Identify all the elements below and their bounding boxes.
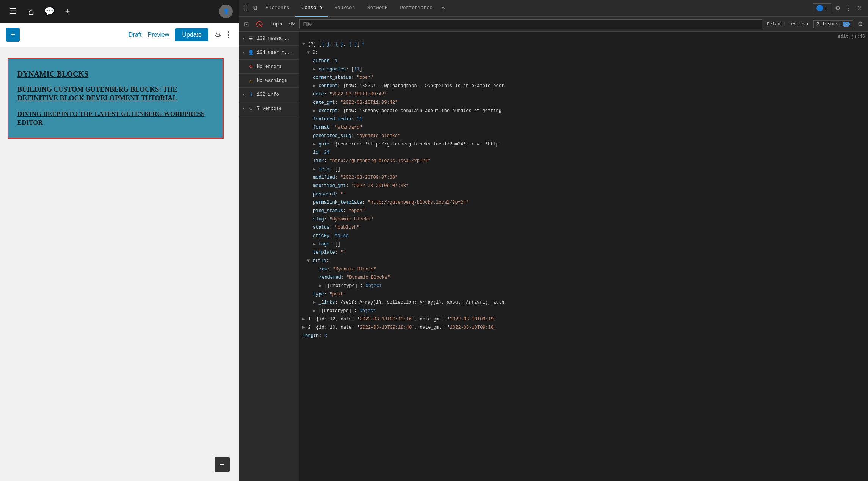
context-dropdown-arrow: ▼ xyxy=(280,22,282,26)
add-icon[interactable]: + xyxy=(61,5,74,18)
block-subtitle: BUILDING CUSTOM GUTENBERG BLOCKS: THE DE… xyxy=(17,85,214,103)
console-line-modified: modified: "2022-03-20T09:07:38" xyxy=(299,173,868,182)
tab-network[interactable]: Network xyxy=(361,0,394,17)
console-line-featured-media: featured_media: 31 xyxy=(299,115,868,123)
wp-content-area: DYNAMIC BLOCKS BUILDING CUSTOM GUTENBERG… xyxy=(0,47,239,481)
console-line-tags[interactable]: ▶ tags: [] xyxy=(299,240,868,248)
devtools-more-button[interactable]: ⋮ xyxy=(844,3,853,13)
menu-icon[interactable]: ☰ xyxy=(6,5,20,18)
console-source-reference: edit.js:46 xyxy=(299,33,868,40)
console-line-item-2[interactable]: ▶ 2: {id: 10, date: '2022-03-18T09:18:40… xyxy=(299,323,868,332)
inspect-icon[interactable]: ⛶ xyxy=(240,3,251,13)
console-output: edit.js:46 ▼ (3) [{…}, {…}, {…}] ℹ ▼ 0: … xyxy=(299,32,868,481)
tab-sources[interactable]: Sources xyxy=(328,0,361,17)
list-icon: ☰ xyxy=(248,36,254,42)
device-icon[interactable]: ⧉ xyxy=(251,3,260,13)
console-line-id: id: 24 xyxy=(299,148,868,157)
levels-selector[interactable]: Default levels ▼ xyxy=(765,21,811,28)
console-settings-button[interactable]: ⚙ xyxy=(855,19,865,29)
filter-input[interactable] xyxy=(299,19,762,29)
console-line-status: status: "publish" xyxy=(299,223,868,232)
console-line-modified-gmt: modified_gmt: "2022-03-20T09:07:38" xyxy=(299,182,868,190)
more-tabs-icon[interactable]: » xyxy=(439,5,448,12)
sidebar-item-info[interactable]: ▶ ℹ 102 info xyxy=(239,88,299,102)
console-line-date: date: "2022-03-18T11:09:42" xyxy=(299,90,868,98)
console-line-length: length: 3 xyxy=(299,332,868,340)
console-line-slug: slug: "dynamic-blocks" xyxy=(299,215,868,223)
expand-arrow-user: ▶ xyxy=(243,50,245,55)
console-line-password: password: "" xyxy=(299,190,868,198)
console-line-title-rendered: rendered: "Dynamic Blocks" xyxy=(299,273,868,282)
console-line-format: format: "standard" xyxy=(299,123,868,132)
console-line-ping-status: ping_status: "open" xyxy=(299,207,868,215)
devtools-secondbar: ⊡ 🚫 top ▼ 👁 Default levels ▼ 2 Issues: 2… xyxy=(239,17,868,32)
messages-label: 109 messa... xyxy=(257,36,290,41)
console-line-author: author: 1 xyxy=(299,57,868,65)
update-button[interactable]: Update xyxy=(175,28,208,41)
devtools-body: ▶ ☰ 109 messa... ▶ 👤 104 user m... ▶ ⊗ N… xyxy=(239,32,868,481)
devtools-message-sidebar: ▶ ☰ 109 messa... ▶ 👤 104 user m... ▶ ⊗ N… xyxy=(239,32,299,481)
console-line-excerpt[interactable]: ▶ excerpt: {raw: '\nMany people complain… xyxy=(299,107,868,115)
devtools-close-button[interactable]: ✕ xyxy=(855,3,863,13)
expand-arrow-verbose: ▶ xyxy=(243,106,245,111)
console-line-generated-slug: generated_slug: "dynamic-blocks" xyxy=(299,132,868,140)
user-messages-label: 104 user m... xyxy=(257,50,293,55)
context-selector[interactable]: top ▼ xyxy=(268,20,285,28)
avatar[interactable]: 👤 xyxy=(219,5,233,18)
home-icon[interactable]: ⌂ xyxy=(24,5,38,18)
console-line-item-1[interactable]: ▶ 1: {id: 12, date: '2022-03-18T09:19:16… xyxy=(299,315,868,323)
devtools-panel: ⛶ ⧉ Elements Console Sources Network Per… xyxy=(239,0,868,481)
sidebar-item-warnings[interactable]: ▶ ⚠ No warnings xyxy=(239,74,299,88)
wp-toolbar: ☰ ⌂ 💬 + 👤 xyxy=(0,0,239,23)
sidebar-item-errors[interactable]: ▶ ⊗ No errors xyxy=(239,60,299,74)
console-line-type: type: "post" xyxy=(299,290,868,298)
console-line-date-gmt: date_gmt: "2022-03-18T11:09:42" xyxy=(299,98,868,107)
console-line-categories[interactable]: ▶ categories: [11] xyxy=(299,65,868,73)
console-line-links[interactable]: ▶ _links: {self: Array(1), collection: A… xyxy=(299,298,868,307)
more-options-icon[interactable]: ⋮ xyxy=(224,30,233,40)
block-title: DYNAMIC BLOCKS xyxy=(17,70,214,78)
console-line-title[interactable]: ▼ title: xyxy=(299,257,868,265)
issues-badge[interactable]: 🔵 2 xyxy=(813,3,831,13)
console-line-0[interactable]: ▼ 0: xyxy=(299,48,868,57)
console-line-title-raw: raw: "Dynamic Blocks" xyxy=(299,265,868,273)
console-line-prototype-2[interactable]: ▶ [[Prototype]]: Object xyxy=(299,307,868,315)
wp-header: + Draft Preview Update ⚙ ⋮ xyxy=(0,23,239,47)
console-line-guid[interactable]: ▶ guid: {rendered: 'http://gutenberg-blo… xyxy=(299,140,868,148)
user-icon: 👤 xyxy=(248,50,254,56)
sidebar-item-user-messages[interactable]: ▶ 👤 104 user m... xyxy=(239,46,299,60)
tab-performance[interactable]: Performance xyxy=(394,0,439,17)
console-line-array[interactable]: ▼ (3) [{…}, {…}, {…}] ℹ xyxy=(299,40,868,48)
preview-button[interactable]: Preview xyxy=(148,31,169,38)
tab-console[interactable]: Console xyxy=(295,0,328,17)
settings-icon[interactable]: ⚙ xyxy=(215,30,221,39)
console-line-comment-status: comment_status: "open" xyxy=(299,73,868,82)
add-block-floating-button[interactable]: + xyxy=(215,457,230,472)
clear-console-button[interactable]: ⊡ xyxy=(242,19,251,29)
tab-elements[interactable]: Elements xyxy=(260,0,295,17)
warning-icon: ⚠ xyxy=(248,78,254,84)
block-description: DIVING DEEP INTO THE LATEST GUTENBERG WO… xyxy=(17,110,214,127)
add-block-button[interactable]: + xyxy=(6,28,20,42)
console-line-meta[interactable]: ▶ meta: [] xyxy=(299,165,868,173)
verbose-label: 7 verbose xyxy=(257,106,282,111)
stop-recording-button[interactable]: 🚫 xyxy=(254,19,265,29)
warnings-label: No warnings xyxy=(257,78,287,83)
sidebar-item-verbose[interactable]: ▶ ⚙ 7 verbose xyxy=(239,102,299,116)
devtools-settings-button[interactable]: ⚙ xyxy=(834,3,842,13)
eye-button[interactable]: 👁 xyxy=(287,19,297,29)
issues-count-badge[interactable]: 2 Issues: 2 xyxy=(813,20,853,28)
info-icon: ℹ xyxy=(248,92,254,98)
console-line-content[interactable]: ▶ content: {raw: '\x3C!-- wp:paragraph -… xyxy=(299,82,868,90)
expand-array[interactable]: ▼ xyxy=(302,41,308,48)
verbose-icon: ⚙ xyxy=(248,106,254,112)
wp-block[interactable]: DYNAMIC BLOCKS BUILDING CUSTOM GUTENBERG… xyxy=(8,58,224,139)
draft-button[interactable]: Draft xyxy=(128,31,142,38)
comment-icon[interactable]: 💬 xyxy=(42,5,56,18)
console-line-link: link: "http://gutenberg-blocks.local/?p=… xyxy=(299,157,868,165)
console-line-title-prototype[interactable]: ▶ [[Prototype]]: Object xyxy=(299,282,868,290)
error-icon: ⊗ xyxy=(248,64,254,70)
sidebar-item-all-messages[interactable]: ▶ ☰ 109 messa... xyxy=(239,32,299,46)
issues-number: 2 xyxy=(843,22,850,27)
console-line-template: template: "" xyxy=(299,248,868,257)
